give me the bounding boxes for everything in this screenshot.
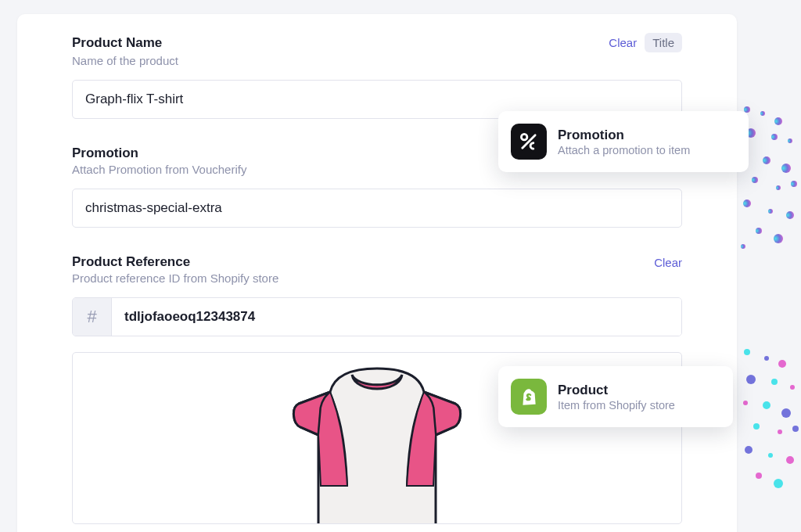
svg-point-2: [774, 117, 782, 125]
svg-point-23: [790, 385, 795, 390]
svg-point-13: [768, 209, 773, 214]
field-description-product-name: Name of the product: [72, 54, 682, 67]
hash-icon: #: [73, 298, 112, 336]
svg-point-26: [781, 408, 791, 418]
svg-point-17: [741, 244, 745, 249]
svg-point-1: [760, 111, 765, 116]
tshirt-illustration: [260, 361, 494, 524]
svg-point-12: [743, 200, 751, 207]
card-subtitle-promotion: Attach a promotion to item: [558, 144, 690, 156]
svg-point-14: [786, 211, 794, 219]
field-description-product-reference: Product reference ID from Shopify store: [72, 271, 682, 285]
svg-point-31: [768, 453, 773, 458]
svg-point-28: [778, 430, 782, 434]
card-title-promotion: Promotion: [558, 128, 690, 143]
promotion-input[interactable]: [72, 189, 682, 228]
title-badge[interactable]: Title: [645, 33, 682, 52]
svg-line-36: [523, 135, 535, 148]
field-label-product-name: Product Name: [72, 35, 162, 51]
card-text: Product Item from Shopify store: [558, 383, 675, 412]
card-subtitle-product: Item from Shopify store: [558, 399, 675, 412]
svg-point-29: [792, 426, 799, 432]
svg-point-16: [774, 234, 783, 243]
card-text: Promotion Attach a promotion to item: [558, 128, 690, 156]
svg-point-18: [744, 349, 750, 355]
svg-point-4: [771, 134, 778, 140]
svg-point-22: [771, 379, 778, 385]
svg-point-20: [778, 360, 786, 368]
svg-point-15: [756, 228, 762, 234]
svg-point-9: [752, 177, 758, 183]
field-actions: Clear: [654, 256, 682, 269]
field-label-product-reference: Product Reference: [72, 254, 190, 270]
svg-point-5: [788, 138, 792, 143]
field-label-promotion: Promotion: [72, 146, 138, 161]
field-header: Product Name Clear Title: [72, 33, 682, 52]
shopify-icon: [511, 379, 547, 415]
card-title-product: Product: [558, 383, 675, 398]
clear-button-product-reference[interactable]: Clear: [654, 256, 682, 269]
svg-point-10: [776, 185, 781, 190]
svg-point-24: [743, 401, 748, 405]
svg-point-27: [753, 423, 760, 430]
field-header: Product Reference Clear: [72, 254, 682, 270]
svg-point-35: [521, 134, 526, 139]
product-integration-card[interactable]: Product Item from Shopify store: [498, 366, 733, 427]
svg-point-8: [781, 164, 791, 173]
svg-point-21: [746, 375, 756, 384]
svg-point-32: [786, 456, 794, 464]
svg-point-11: [791, 181, 797, 187]
svg-point-33: [756, 473, 762, 479]
main-form-panel: Product Name Clear Title Name of the pro…: [17, 14, 737, 532]
percent-icon: [511, 124, 547, 160]
product-reference-input[interactable]: [112, 298, 681, 336]
field-actions: Clear Title: [609, 33, 682, 52]
svg-point-30: [745, 446, 753, 454]
clear-button-product-name[interactable]: Clear: [609, 36, 637, 49]
product-reference-row: #: [72, 297, 682, 336]
svg-point-19: [764, 356, 769, 361]
promotion-integration-card[interactable]: Promotion Attach a promotion to item: [498, 111, 749, 172]
field-product-name: Product Name Clear Title Name of the pro…: [72, 33, 682, 119]
svg-point-7: [763, 156, 770, 164]
svg-point-34: [774, 479, 783, 488]
svg-point-25: [763, 401, 770, 409]
decorative-burst-bottom: [731, 336, 801, 501]
